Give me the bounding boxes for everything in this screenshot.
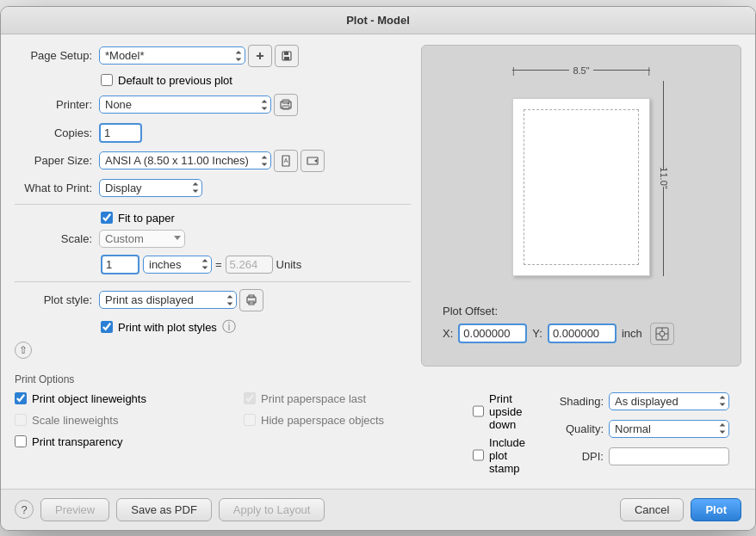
width-dimension: 8.5"	[573, 65, 589, 76]
fit-to-paper-checkbox[interactable]	[101, 212, 113, 224]
scale-denominator-input[interactable]	[226, 256, 273, 274]
plot-style-select[interactable]: Print as displayed	[99, 291, 237, 309]
scale-row: Scale: Custom	[15, 230, 411, 248]
print-options-title: Print Options	[15, 373, 741, 385]
svg-rect-4	[284, 57, 289, 60]
dialog-body: Page Setup: *Model* Default to previous …	[1, 34, 755, 367]
scale-numerator-input[interactable]	[101, 255, 139, 274]
divider2	[15, 281, 411, 282]
print-object-lineweights-checkbox[interactable]	[15, 392, 27, 404]
svg-point-17	[660, 331, 665, 336]
paper-size-row: Paper Size: ANSI A (8.50 x 11.00 Inches)…	[15, 150, 411, 172]
svg-rect-1	[259, 52, 261, 59]
right-panel: | 8.5" |	[421, 45, 741, 367]
dpi-row: DPI:	[552, 447, 741, 465]
preview-button[interactable]: Preview	[40, 498, 109, 521]
paper-size-select[interactable]: ANSI A (8.50 x 11.00 Inches)	[99, 151, 271, 169]
save-pdf-button[interactable]: Save as PDF	[116, 498, 212, 521]
what-to-print-select[interactable]: Display	[99, 179, 202, 197]
print-with-plot-styles-label: Print with plot styles	[118, 321, 217, 334]
page-setup-save-button[interactable]	[275, 45, 299, 67]
collapse-button[interactable]: ⇧	[15, 342, 32, 359]
include-plot-stamp-row: Include plot stamp	[473, 436, 526, 475]
copies-label: Copies:	[15, 126, 92, 139]
default-to-previous-row: Default to previous plot	[101, 74, 411, 87]
default-to-previous-label: Default to previous plot	[118, 74, 232, 87]
hide-paperspace-checkbox[interactable]	[244, 414, 256, 426]
help-button[interactable]: ?	[15, 500, 34, 519]
cancel-button[interactable]: Cancel	[620, 498, 684, 521]
print-options-col1: Print object lineweights Scale lineweigh…	[15, 392, 244, 480]
scale-units-select[interactable]: inches	[143, 256, 212, 274]
print-transparency-checkbox[interactable]	[15, 435, 27, 447]
what-to-print-label: What to Print:	[15, 182, 92, 194]
print-upside-down-label: Print upside down	[489, 392, 526, 431]
page-setup-add-button[interactable]	[248, 45, 272, 67]
print-paperspace-last-label: Print paperspace last	[261, 392, 366, 405]
print-upside-down-checkbox[interactable]	[473, 405, 484, 417]
x-offset-input[interactable]	[458, 323, 527, 343]
offset-unit: inch	[622, 327, 642, 340]
printer-settings-button[interactable]	[274, 94, 298, 116]
print-lineweights-row: Print object lineweights	[15, 392, 244, 405]
units-label: Units	[276, 258, 302, 271]
printer-select[interactable]: None	[99, 95, 271, 114]
fit-to-paper-row: Fit to paper	[101, 212, 411, 225]
offset-row: X: Y: inch	[443, 323, 720, 345]
right-dimension: 11.0"	[653, 81, 674, 276]
plot-dialog: Plot - Model Page Setup: *Model*	[0, 6, 756, 531]
plot-offset-section: Plot Offset: X: Y: inch	[436, 298, 727, 352]
print-options-section: Print Options Print object lineweights S…	[1, 367, 755, 489]
equals-sign: =	[215, 258, 222, 271]
info-icon[interactable]: ⓘ	[222, 318, 236, 336]
quality-select[interactable]: Normal	[609, 420, 729, 438]
col3-checkboxes: Print upside down Include plot stamp	[473, 392, 526, 480]
plot-style-print-button[interactable]	[239, 289, 263, 311]
collapse-row: ⇧	[15, 342, 411, 359]
title-bar: Plot - Model	[1, 7, 755, 34]
shading-label: Shading:	[552, 395, 604, 408]
scale-select[interactable]: Custom	[99, 230, 185, 248]
include-plot-stamp-checkbox[interactable]	[473, 449, 484, 461]
default-to-previous-checkbox[interactable]	[101, 74, 113, 86]
quality-label: Quality:	[552, 422, 604, 435]
page-setup-row: Page Setup: *Model*	[15, 45, 411, 67]
copies-row: Copies:	[15, 123, 411, 143]
preview-wrapper: | 8.5" |	[512, 81, 650, 279]
bottom-bar: ? Preview Save as PDF Apply to Layout Ca…	[1, 489, 755, 530]
print-options-col2: Print paperspace last Hide paperspace ob…	[244, 392, 473, 480]
dpi-input[interactable]	[609, 447, 729, 465]
scale-lineweights-checkbox[interactable]	[15, 414, 27, 426]
print-options-grid: Print object lineweights Scale lineweigh…	[15, 392, 741, 480]
paper-container: | 8.5" |	[512, 81, 650, 276]
center-plot-button[interactable]	[650, 323, 674, 345]
scale-lineweights-label: Scale lineweights	[32, 414, 118, 427]
shading-section: Shading: As displayed Quality: Normal	[552, 392, 741, 480]
paper-portrait-button[interactable]: A	[274, 150, 298, 172]
scale-lineweights-row: Scale lineweights	[15, 414, 244, 427]
print-paperspace-last-checkbox[interactable]	[244, 392, 256, 404]
print-with-plot-styles-row: Print with plot styles ⓘ	[101, 318, 411, 336]
plot-button[interactable]: Plot	[691, 498, 741, 521]
shading-row: Shading: As displayed	[552, 392, 741, 410]
paper-landscape-button[interactable]	[301, 150, 325, 172]
printer-label: Printer:	[15, 98, 92, 111]
paper-inner	[524, 109, 639, 265]
copies-input[interactable]	[99, 123, 142, 143]
height-dimension: 11.0"	[658, 167, 668, 188]
print-with-plot-styles-checkbox[interactable]	[101, 321, 113, 333]
print-transparency-row: Print transparency	[15, 435, 244, 448]
print-options-col3: Print upside down Include plot stamp Sha…	[473, 392, 741, 480]
y-offset-input[interactable]	[548, 323, 617, 343]
print-upside-down-row: Print upside down	[473, 392, 526, 431]
svg-marker-12	[314, 159, 317, 163]
x-label: X:	[443, 327, 453, 340]
page-setup-select[interactable]: *Model*	[99, 46, 245, 65]
left-panel: Page Setup: *Model* Default to previous …	[15, 45, 411, 367]
apply-to-layout-button[interactable]: Apply to Layout	[219, 498, 325, 521]
plot-offset-title: Plot Offset:	[443, 305, 720, 317]
hide-paperspace-label: Hide paperspace objects	[261, 414, 384, 427]
dpi-label: DPI:	[552, 450, 604, 463]
preview-area: | 8.5" |	[421, 45, 741, 367]
shading-select[interactable]: As displayed	[609, 392, 729, 410]
